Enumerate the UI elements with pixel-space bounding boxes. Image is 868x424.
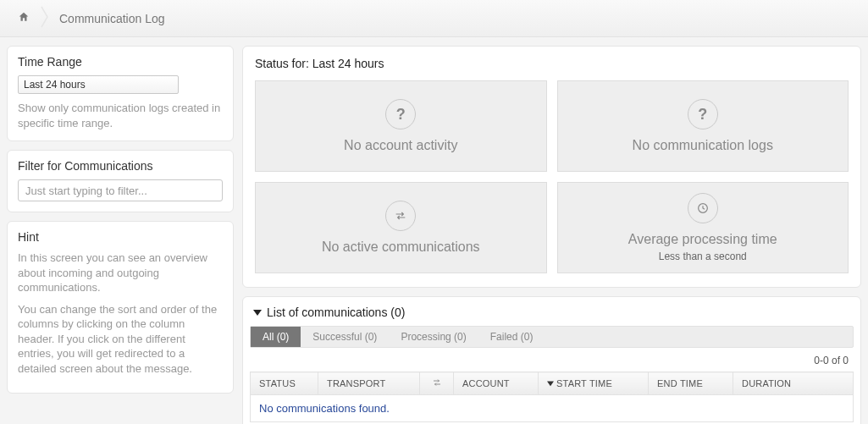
tab-successful[interactable]: Successful (0) [301, 327, 389, 347]
tile-processing-time: Average processing time Less than a seco… [557, 182, 849, 273]
col-status[interactable]: STATUS [251, 372, 318, 395]
tile-account-activity: ? No account activity [255, 80, 547, 172]
hint-card: Hint In this screen you can see an overv… [7, 221, 234, 394]
time-range-select[interactable]: Last 24 hours [18, 75, 179, 94]
communications-table: STATUS TRANSPORT ACCOUNT START TIME END … [250, 372, 854, 422]
pager: 0-0 of 0 [250, 348, 854, 372]
tab-failed[interactable]: Failed (0) [478, 327, 545, 347]
tab-all[interactable]: All (0) [251, 327, 301, 347]
swap-icon [385, 201, 416, 231]
hint-paragraph-2: You can change the sort and order of the… [18, 302, 223, 377]
time-range-value: Last 24 hours [24, 79, 86, 91]
tile-title: Average processing time [628, 232, 777, 247]
breadcrumb-page: Communication Log [51, 12, 174, 25]
col-direction[interactable] [420, 372, 454, 395]
list-tabs: All (0) Successful (0) Processing (0) Fa… [250, 326, 854, 348]
tile-title: No active communications [322, 240, 480, 255]
question-icon: ? [385, 99, 416, 129]
sidebar: Time Range Last 24 hours Show only commu… [7, 46, 234, 424]
tile-active-communications: No active communications [255, 182, 547, 273]
time-range-card: Time Range Last 24 hours Show only commu… [7, 46, 234, 141]
tile-communication-logs: ? No communication logs [557, 80, 849, 172]
hint-title: Hint [18, 230, 223, 244]
table-empty-row: No communications found. [251, 395, 854, 422]
empty-message: No communications found. [251, 395, 854, 422]
tile-title: No communication logs [633, 138, 773, 153]
col-start-time[interactable]: START TIME [539, 372, 649, 395]
status-header: Status for: Last 24 hours [255, 57, 850, 70]
status-card: Status for: Last 24 hours ? No account a… [242, 46, 861, 288]
col-end-time[interactable]: END TIME [649, 372, 733, 395]
col-transport[interactable]: TRANSPORT [318, 372, 420, 395]
hint-paragraph-1: In this screen you can see an overview a… [18, 251, 223, 295]
main-column: Status for: Last 24 hours ? No account a… [242, 46, 861, 424]
sort-desc-icon [547, 378, 554, 388]
clock-icon [688, 193, 718, 223]
filter-title: Filter for Communications [18, 159, 223, 173]
tile-subtitle: Less than a second [659, 251, 747, 262]
filter-input[interactable] [18, 179, 223, 201]
col-account[interactable]: ACCOUNT [454, 372, 539, 395]
filter-card: Filter for Communications [7, 150, 234, 212]
status-tiles: ? No account activity ? No communication… [253, 79, 850, 277]
caret-down-icon [253, 306, 262, 319]
col-start-time-label: START TIME [556, 378, 612, 388]
breadcrumb: Communication Log [0, 0, 868, 37]
tab-processing[interactable]: Processing (0) [389, 327, 478, 347]
chevron-right-icon [41, 5, 51, 31]
table-header-row: STATUS TRANSPORT ACCOUNT START TIME END … [251, 372, 854, 395]
time-range-help: Show only communication logs created in … [18, 101, 223, 130]
swap-icon [431, 379, 443, 389]
question-icon: ? [688, 99, 718, 129]
page-body: Time Range Last 24 hours Show only commu… [0, 37, 868, 424]
list-header-label: List of communications (0) [267, 306, 405, 319]
col-duration[interactable]: DURATION [733, 372, 854, 395]
tile-title: No account activity [344, 138, 457, 153]
list-header[interactable]: List of communications (0) [250, 304, 854, 326]
home-icon [17, 11, 30, 25]
list-card: List of communications (0) All (0) Succe… [242, 296, 861, 424]
breadcrumb-home[interactable] [10, 11, 41, 25]
time-range-title: Time Range [18, 55, 223, 69]
